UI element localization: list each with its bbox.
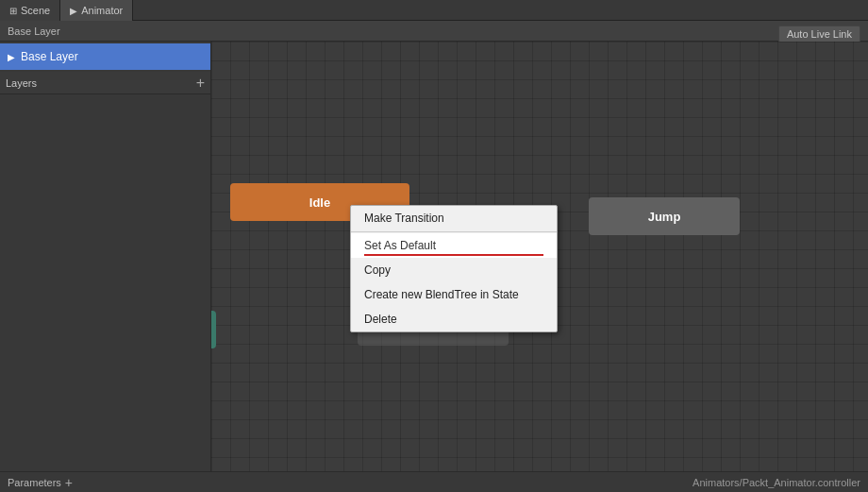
context-menu: Make Transition Set As Default Copy Crea…: [350, 205, 558, 332]
base-layer-label: Base Layer: [21, 50, 78, 63]
idle-label: Idle: [309, 195, 330, 210]
context-menu-make-transition[interactable]: Make Transition: [351, 206, 557, 230]
tab-bar: ⊞ Scene ▶ Animator: [0, 0, 868, 21]
jump-state-node[interactable]: Jump: [589, 197, 740, 235]
breadcrumb-text: Base Layer: [8, 25, 60, 37]
tab-scene-label: Scene: [21, 5, 50, 16]
tab-animator-label: Animator: [81, 5, 123, 16]
canvas-area[interactable]: Idle Any State Jump Run Make Transition …: [211, 42, 868, 471]
auto-live-link-button[interactable]: Auto Live Link: [778, 25, 860, 42]
tab-scene[interactable]: ⊞ Scene: [0, 0, 60, 21]
play-icon: ▶: [8, 52, 15, 62]
file-path: Animators/Packt_Animator.controller: [693, 477, 860, 488]
scene-icon: ⊞: [9, 6, 17, 16]
context-menu-create-blend-tree[interactable]: Create new BlendTree in State: [351, 282, 557, 307]
parameters-section: Parameters +: [8, 475, 73, 490]
any-state-node[interactable]: Any State: [211, 311, 216, 348]
layers-label: Layers: [6, 77, 37, 89]
add-parameter-button[interactable]: +: [65, 475, 73, 490]
status-bar: Parameters + Animators/Packt_Animator.co…: [0, 471, 868, 492]
context-menu-copy[interactable]: Copy: [351, 258, 557, 282]
animator-icon: ▶: [70, 6, 77, 16]
add-layer-button[interactable]: +: [196, 76, 205, 91]
context-menu-divider-1: [351, 231, 557, 232]
context-menu-delete[interactable]: Delete: [351, 307, 557, 331]
breadcrumb: Base Layer: [0, 21, 868, 42]
base-layer-item[interactable]: ▶ Base Layer: [0, 43, 210, 70]
tab-animator[interactable]: ▶ Animator: [60, 0, 133, 21]
sidebar: ▶ Base Layer Layers +: [0, 42, 211, 471]
context-menu-set-as-default[interactable]: Set As Default: [351, 233, 557, 258]
jump-label: Jump: [648, 210, 681, 224]
parameters-label: Parameters: [8, 477, 61, 488]
layers-section-header: Layers +: [0, 72, 210, 94]
